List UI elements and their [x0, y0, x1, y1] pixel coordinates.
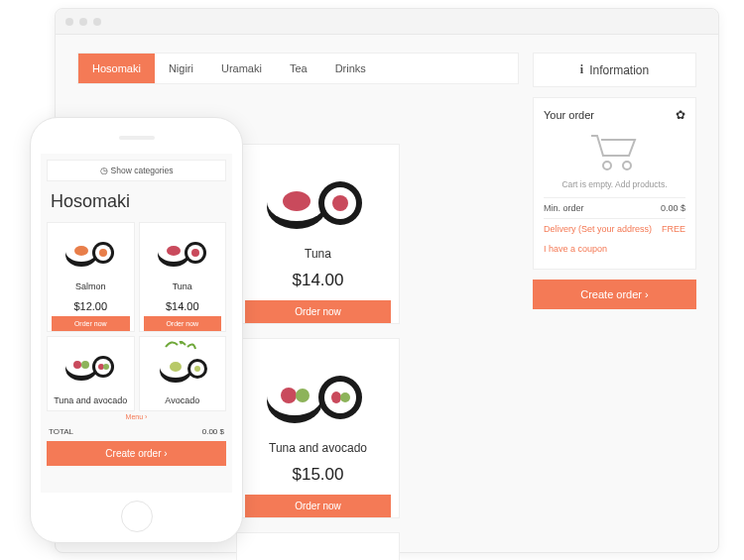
svg-point-39 — [191, 249, 199, 257]
information-label: Information — [589, 63, 649, 77]
product-price: $15.00 — [293, 465, 344, 485]
product-card — [236, 532, 400, 560]
category-tabs: Hosomaki Nigiri Uramaki Tea Drinks — [77, 53, 519, 84]
svg-point-42 — [73, 361, 81, 369]
product-name: Salmon — [75, 277, 106, 296]
product-card: Tuna and avocado — [47, 336, 135, 411]
svg-point-9 — [296, 389, 310, 402]
product-name: Avocado — [165, 391, 199, 410]
svg-point-33 — [99, 249, 107, 257]
order-now-button[interactable]: Order now — [144, 316, 222, 331]
svg-point-50 — [170, 362, 182, 372]
window-dot — [93, 18, 101, 26]
home-button[interactable] — [121, 501, 153, 532]
coupon-link[interactable]: I have a coupon — [544, 244, 607, 254]
gear-icon[interactable]: ✿ — [676, 108, 685, 122]
phone-speaker — [119, 136, 155, 140]
product-card: Salmon $12.00 Order now — [47, 222, 135, 332]
cart-icon — [587, 130, 643, 173]
min-order-label: Min. order — [544, 203, 584, 213]
min-order-value: 0.00 $ — [661, 203, 685, 213]
svg-point-43 — [81, 361, 89, 369]
order-now-button[interactable]: Order now — [52, 316, 130, 331]
product-card: Avocado — [139, 336, 227, 411]
product-name: Tuna and avocado — [54, 391, 127, 410]
tab-uramaki[interactable]: Uramaki — [207, 54, 276, 83]
svg-point-2 — [283, 191, 310, 211]
total-value: 0.00 $ — [202, 427, 224, 436]
product-price: $12.00 — [73, 300, 107, 312]
show-categories-button[interactable]: ◷ Show categories — [47, 160, 226, 181]
svg-point-12 — [331, 392, 341, 403]
order-title: Your order — [544, 109, 594, 121]
product-card: Tuna $14.00 Order now — [236, 144, 400, 324]
svg-point-47 — [103, 364, 109, 370]
browser-titlebar — [56, 9, 718, 35]
total-label: TOTAL — [49, 427, 73, 436]
order-now-button[interactable]: Order now — [245, 495, 391, 517]
mobile-product-grid: Salmon $12.00 Order now Tuna $14.00 Orde… — [41, 222, 232, 411]
svg-point-27 — [623, 162, 631, 169]
product-image — [152, 229, 213, 271]
product-price: $14.00 — [293, 271, 344, 290]
svg-point-13 — [340, 392, 350, 402]
clock-icon: ◷ — [100, 166, 108, 175]
tab-drinks[interactable]: Drinks — [321, 54, 380, 83]
delivery-label[interactable]: Delivery (Set your address) — [544, 224, 652, 234]
product-grid: Tuna $14.00 Order now Tuna and avocado $… — [236, 144, 519, 560]
tab-nigiri[interactable]: Nigiri — [155, 54, 207, 83]
create-order-button[interactable]: Create order › — [47, 441, 226, 466]
tab-hosomaki[interactable]: Hosomaki — [78, 54, 155, 83]
product-image — [60, 229, 121, 271]
tab-tea[interactable]: Tea — [276, 54, 321, 83]
product-image — [259, 351, 378, 435]
order-panel: Your order ✿ Cart is empty. Add products… — [533, 97, 696, 270]
page-title: Hosomaki — [41, 187, 232, 222]
empty-cart-text: Cart is empty. Add products. — [544, 179, 685, 189]
svg-point-30 — [74, 246, 88, 256]
svg-point-8 — [281, 388, 297, 403]
info-icon: i — [580, 62, 583, 77]
product-card: Tuna and avocado $15.00 Order now — [236, 338, 400, 518]
svg-point-5 — [332, 195, 348, 211]
total-row: TOTAL 0.00 $ — [41, 422, 232, 441]
product-name: Tuna — [173, 277, 192, 296]
product-name: Tuna and avocado — [269, 441, 367, 455]
window-dot — [79, 18, 87, 26]
product-name: Tuna — [305, 247, 331, 261]
show-categories-label: Show categories — [111, 166, 174, 175]
sidebar: i Information Your order ✿ Cart is empty… — [533, 53, 696, 534]
svg-point-36 — [167, 246, 181, 256]
product-image — [152, 343, 213, 385]
delivery-value: FREE — [662, 224, 685, 234]
information-panel[interactable]: i Information — [533, 53, 696, 87]
create-order-button[interactable]: Create order › — [533, 280, 696, 309]
window-dot — [65, 18, 73, 26]
product-card: Tuna $14.00 Order now — [139, 222, 227, 332]
product-image — [259, 157, 378, 241]
chevron-right-icon: › — [164, 448, 167, 459]
product-price: $14.00 — [166, 300, 199, 312]
phone-screen: ◷ Show categories Hosomaki Salmon $12.00… — [41, 154, 232, 493]
svg-point-26 — [603, 162, 611, 169]
chevron-right-icon: › — [645, 288, 649, 300]
product-image — [60, 343, 121, 385]
phone-frame: ◷ Show categories Hosomaki Salmon $12.00… — [30, 117, 243, 543]
order-now-button[interactable]: Order now — [245, 300, 391, 323]
menu-link[interactable]: Menu › — [41, 411, 232, 422]
svg-point-53 — [194, 366, 200, 372]
